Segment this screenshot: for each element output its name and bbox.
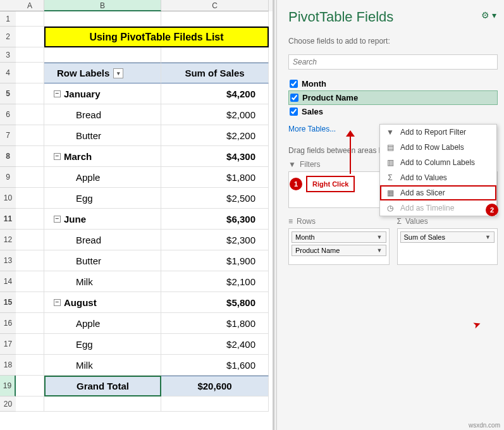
row-header[interactable]: 14 [0, 271, 16, 292]
row-header[interactable]: 1 [0, 11, 16, 27]
item-value[interactable]: $2,300 [161, 230, 269, 250]
item-label[interactable]: Bread [44, 104, 161, 125]
row-header[interactable]: 2 [0, 27, 16, 47]
chevron-down-icon[interactable]: ▼ [485, 234, 491, 240]
row-header[interactable]: 11 [0, 209, 16, 230]
collapse-icon[interactable]: − [54, 216, 61, 223]
col-header-B[interactable]: B [44, 0, 161, 11]
item-value[interactable]: $1,800 [161, 313, 269, 334]
chevron-down-icon[interactable]: ▼ [377, 234, 383, 240]
filter-icon: ▼ [385, 128, 395, 137]
month-total[interactable]: $5,800 [161, 292, 269, 313]
field-sales[interactable]: Sales [288, 105, 498, 118]
ctx-add-report-filter[interactable]: ▼Add to Report Filter [380, 125, 496, 140]
chevron-down-icon[interactable]: ▼ [377, 247, 383, 254]
values-area-header: ΣValues [397, 217, 498, 226]
row-header[interactable]: 10 [0, 188, 16, 209]
ctx-add-timeline: ◷Add as Timeline [380, 200, 496, 216]
field-checkbox[interactable] [290, 80, 298, 88]
row-header[interactable]: 17 [0, 334, 16, 355]
month-label[interactable]: January [64, 89, 101, 99]
row-header[interactable]: 8 [0, 146, 16, 167]
values-pill-sumsales[interactable]: Sum of Sales▼ [400, 231, 495, 243]
title-cell[interactable]: Using PivotTable Fileds List [44, 27, 269, 47]
row-header[interactable]: 18 [0, 355, 16, 376]
month-label[interactable]: March [64, 151, 92, 162]
slicer-icon: ▦ [385, 188, 395, 197]
gear-icon[interactable]: ⚙ ▾ [481, 10, 496, 20]
month-total[interactable]: $6,300 [161, 209, 269, 230]
context-menu: ▼Add to Report Filter ▤Add to Row Labels… [379, 124, 497, 216]
annotation-arrow [350, 133, 351, 174]
row-header[interactable]: 19 [0, 376, 16, 396]
filter-icon: ▼ [288, 160, 296, 169]
item-label[interactable]: Egg [44, 188, 161, 209]
month-total[interactable]: $4,200 [161, 83, 269, 104]
ctx-add-values[interactable]: ΣAdd to Values [380, 170, 496, 185]
row-header[interactable]: 7 [0, 125, 16, 146]
annotation-arrow-head [346, 130, 355, 137]
item-value[interactable]: $1,900 [161, 250, 269, 271]
item-label[interactable]: Apple [44, 167, 161, 188]
field-checkbox[interactable] [290, 94, 298, 102]
item-value[interactable]: $2,500 [161, 188, 269, 209]
pane-title: PivotTable Fields [288, 9, 498, 25]
row-header[interactable]: 9 [0, 167, 16, 188]
item-label[interactable]: Butter [44, 125, 161, 146]
collapse-icon[interactable]: − [54, 299, 61, 306]
month-total[interactable]: $4,300 [161, 146, 269, 167]
annotation-text: Right Click [306, 176, 355, 192]
row-header[interactable]: 20 [0, 396, 16, 412]
select-all-corner[interactable] [0, 0, 16, 11]
values-dropzone[interactable]: Sum of Sales▼ [397, 228, 498, 265]
ctx-add-slicer[interactable]: ▦Add as Slicer [380, 185, 496, 200]
row-header[interactable]: 13 [0, 250, 16, 271]
rows-pill-product[interactable]: Product Name▼ [292, 245, 386, 256]
filters-area-header: ▼Filters [288, 160, 390, 169]
fields-list: Month Product Name Sales [288, 77, 498, 118]
row-header[interactable]: 12 [0, 230, 16, 250]
rows-icon: ≡ [288, 217, 293, 226]
spreadsheet-area: A B C 1 2 Using PivotTable Fileds List 3… [0, 0, 274, 430]
item-label[interactable]: Butter [44, 250, 161, 271]
rows-area-header: ≡Rows [288, 217, 390, 226]
grand-total-value[interactable]: $20,600 [161, 376, 269, 396]
item-value[interactable]: $2,100 [161, 271, 269, 292]
row-header[interactable]: 6 [0, 104, 16, 125]
item-value[interactable]: $1,800 [161, 167, 269, 188]
item-label[interactable]: Bread [44, 230, 161, 250]
item-value[interactable]: $2,400 [161, 334, 269, 355]
row-labels-dropdown[interactable]: ▾ [113, 68, 123, 78]
row-header[interactable]: 3 [0, 47, 16, 63]
row-header[interactable]: 4 [0, 63, 16, 83]
item-value[interactable]: $2,200 [161, 125, 269, 146]
grand-total-label[interactable]: Grand Total [44, 376, 161, 396]
collapse-icon[interactable]: − [54, 90, 61, 97]
ctx-add-column-labels[interactable]: ▥Add to Column Labels [380, 155, 496, 170]
item-value[interactable]: $2,000 [161, 104, 269, 125]
collapse-icon[interactable]: − [54, 153, 61, 160]
search-input[interactable] [288, 54, 498, 70]
rows-dropzone[interactable]: Month▼ Product Name▼ [288, 228, 390, 265]
item-label[interactable]: Milk [44, 355, 161, 376]
field-checkbox[interactable] [290, 108, 298, 116]
month-label[interactable]: August [64, 297, 97, 308]
row-labels-header: Row Labels [57, 68, 109, 78]
row-header[interactable]: 5 [0, 83, 16, 104]
row-header[interactable]: 16 [0, 313, 16, 334]
field-month[interactable]: Month [288, 77, 498, 90]
item-label[interactable]: Milk [44, 271, 161, 292]
rows-icon: ▤ [385, 143, 395, 152]
field-product-name[interactable]: Product Name [288, 90, 498, 105]
item-label[interactable]: Egg [44, 334, 161, 355]
rows-pill-month[interactable]: Month▼ [292, 231, 386, 243]
sum-sales-header: Sum of Sales [161, 63, 269, 83]
month-label[interactable]: June [64, 214, 86, 224]
grid-body: 1 2 Using PivotTable Fileds List 3 4 Row… [0, 11, 273, 412]
col-header-A[interactable]: A [16, 0, 44, 11]
item-label[interactable]: Apple [44, 313, 161, 334]
row-header[interactable]: 15 [0, 292, 16, 313]
col-header-C[interactable]: C [161, 0, 269, 11]
ctx-add-row-labels[interactable]: ▤Add to Row Labels [380, 140, 496, 155]
item-value[interactable]: $1,600 [161, 355, 269, 376]
